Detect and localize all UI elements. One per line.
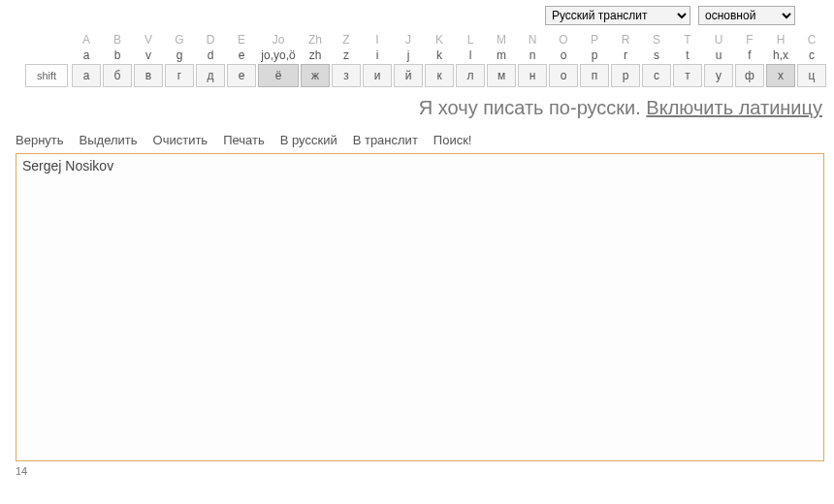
key-label-upper: A [72, 33, 101, 47]
key-label-lower: f [735, 48, 764, 62]
key-label-lower: i [363, 48, 392, 62]
toggle-latin-link[interactable]: Включить латиницу [646, 97, 822, 118]
key-label-lower: zh [301, 48, 330, 62]
key-label-lower: k [425, 48, 454, 62]
key-label-upper: Zh [301, 33, 330, 47]
action-bar: ВернутьВыделитьОчиститьПечатьВ русскийВ … [0, 131, 834, 151]
translit-textarea[interactable]: Sergej Nosikov [16, 153, 824, 461]
key-label-upper: C [797, 33, 826, 47]
key-label-upper: N [518, 33, 547, 47]
key-ц[interactable]: ц [797, 64, 826, 87]
textarea-content: Sergej Nosikov [22, 158, 113, 173]
key-label-lower: n [518, 48, 547, 62]
key-label-upper: F [735, 33, 764, 47]
key-п[interactable]: п [580, 64, 609, 87]
key-label-upper: Jo [258, 33, 299, 47]
key-label-lower: l [456, 48, 485, 62]
key-label-upper: T [673, 33, 702, 47]
key-label-lower: g [165, 48, 194, 62]
key-с[interactable]: с [642, 64, 671, 87]
key-label-upper: H [766, 33, 795, 47]
action-Печать[interactable]: Печать [223, 133, 265, 147]
promo-line: Я хочу писать по-русски. Включить латини… [0, 87, 834, 131]
key-label-lower: jo,yo,ö [258, 48, 299, 62]
key-й[interactable]: й [394, 64, 423, 87]
key-т[interactable]: т [673, 64, 702, 87]
action-Выделить[interactable]: Выделить [80, 133, 138, 147]
key-label-upper: R [611, 33, 640, 47]
key-label-lower: p [580, 48, 609, 62]
key-е[interactable]: е [227, 64, 256, 87]
key-label-upper: J [394, 33, 423, 47]
key-label-lower: z [332, 48, 361, 62]
key-г[interactable]: г [165, 64, 194, 87]
key-label-lower: a [72, 48, 101, 62]
action-В русский[interactable]: В русский [280, 133, 337, 147]
key-label-upper: G [165, 33, 194, 47]
key-н[interactable]: н [518, 64, 547, 87]
key-label-lower: r [611, 48, 640, 62]
key-label-upper: M [487, 33, 516, 47]
key-label-upper: P [580, 33, 609, 47]
promo-text: Я хочу писать по-русски. [419, 97, 647, 118]
key-label-lower: h,x [766, 48, 795, 62]
key-label-upper: E [227, 33, 256, 47]
key-label-lower: m [487, 48, 516, 62]
action-Вернуть[interactable]: Вернуть [16, 133, 64, 147]
key-label-upper: D [196, 33, 225, 47]
key-ж[interactable]: ж [301, 64, 330, 87]
key-label-lower: c [797, 48, 826, 62]
key-д[interactable]: д [196, 64, 225, 87]
shift-key[interactable]: shift [25, 64, 68, 87]
key-а[interactable]: а [72, 64, 101, 87]
key-б[interactable]: б [103, 64, 132, 87]
action-Очистить[interactable]: Очистить [153, 133, 208, 147]
key-label-lower: j [394, 48, 423, 62]
key-ф[interactable]: ф [735, 64, 764, 87]
key-label-lower: b [103, 48, 132, 62]
key-label-upper: U [704, 33, 733, 47]
key-label-lower: e [227, 48, 256, 62]
key-л[interactable]: л [456, 64, 485, 87]
mode-select[interactable]: Русский транслит [545, 6, 690, 25]
key-label-upper: Z [332, 33, 361, 47]
key-label-lower: s [642, 48, 671, 62]
layout-select[interactable]: основной [698, 6, 795, 25]
key-р[interactable]: р [611, 64, 640, 87]
char-counter: 14 [0, 463, 834, 477]
key-label-upper: K [425, 33, 454, 47]
key-з[interactable]: з [332, 64, 361, 87]
key-label-lower: d [196, 48, 225, 62]
key-label-upper: S [642, 33, 671, 47]
key-м[interactable]: м [487, 64, 516, 87]
key-label-lower: u [704, 48, 733, 62]
key-и[interactable]: и [363, 64, 392, 87]
keyboard-cyrillic-row: shiftабвгдеёжзийклмнопрстуфхц [0, 64, 834, 87]
key-label-lower: o [549, 48, 578, 62]
key-в[interactable]: в [134, 64, 163, 87]
key-label-upper: V [134, 33, 163, 47]
key-label-upper: B [103, 33, 132, 47]
action-В транслит[interactable]: В транслит [353, 133, 418, 147]
top-controls: Русский транслит основной [0, 0, 834, 33]
key-ё[interactable]: ё [258, 64, 299, 87]
key-у[interactable]: у [704, 64, 733, 87]
action-Поиск![interactable]: Поиск! [433, 133, 472, 147]
key-label-upper: L [456, 33, 485, 47]
key-о[interactable]: о [549, 64, 578, 87]
key-label-lower: v [134, 48, 163, 62]
key-х[interactable]: х [766, 64, 795, 87]
key-label-upper: O [549, 33, 578, 47]
key-к[interactable]: к [425, 64, 454, 87]
key-label-lower: t [673, 48, 702, 62]
key-label-upper: I [363, 33, 392, 47]
virtual-keyboard: ABVGDEJoZhZIJKLMNOPRSTUFHC abvgdejo,yo,ö… [0, 33, 834, 64]
